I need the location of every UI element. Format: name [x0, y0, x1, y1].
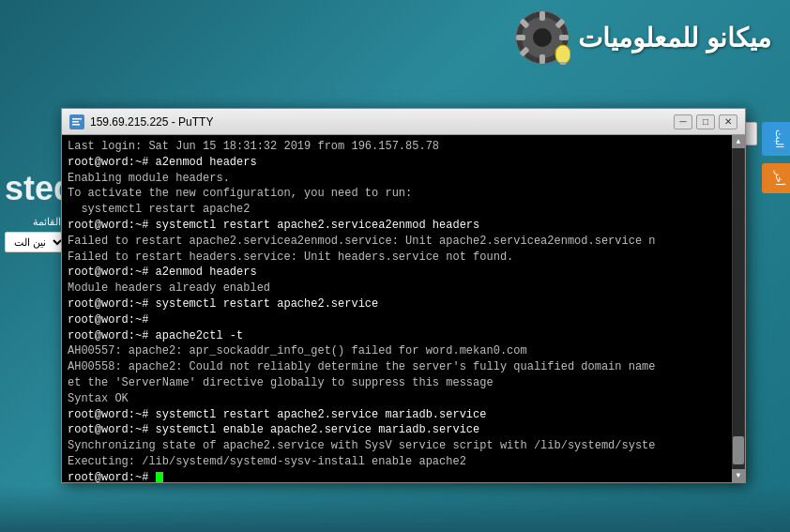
- logo-area: ميكانو للمعلوميات: [514, 9, 771, 66]
- putty-titlebar: 159.69.215.225 - PuTTY ─ □ ✕: [62, 109, 745, 135]
- terminal-line: AH00558: apache2: Could not reliably det…: [68, 359, 739, 375]
- putty-window: 159.69.215.225 - PuTTY ─ □ ✕ Last login:…: [61, 108, 746, 483]
- close-button[interactable]: ✕: [719, 114, 737, 129]
- svg-rect-15: [72, 121, 79, 123]
- terminal-line: root@word:~#: [68, 470, 739, 482]
- terminal-line: et the 'ServerName' directive globally t…: [68, 375, 739, 391]
- terminal-line: root@word:~# systemctl enable apache2.se…: [68, 422, 739, 438]
- terminal-line: root@word:~# a2enmod headers: [68, 155, 739, 171]
- terminal-line: root@word:~#: [68, 312, 739, 328]
- terminal-line: root@word:~# a2enmod headers: [68, 265, 739, 281]
- terminal-line: To activate the new configuration, you n…: [68, 186, 739, 202]
- scrollbar-up[interactable]: ▲: [732, 135, 745, 148]
- terminal-line: Syntax OK: [68, 391, 739, 407]
- right-sidebar: البث أخر: [762, 122, 790, 193]
- logo-icon: [514, 9, 570, 66]
- terminal-line: Failed to restart headers.service: Unit …: [68, 250, 739, 266]
- terminal-scrollbar[interactable]: ▲ ▼: [732, 135, 745, 482]
- terminal-line: Module headers already enabled: [68, 281, 739, 296]
- svg-rect-16: [72, 124, 80, 126]
- svg-rect-5: [559, 35, 569, 40]
- scrollbar-down[interactable]: ▼: [732, 469, 745, 482]
- putty-controls: ─ □ ✕: [674, 114, 737, 129]
- left-panel-select[interactable]: قوانين الت: [5, 232, 66, 252]
- terminal-line: root@word:~# systemctl restart apache2.s…: [68, 407, 739, 423]
- svg-rect-4: [516, 35, 525, 40]
- svg-point-10: [533, 28, 552, 47]
- minimize-button[interactable]: ─: [674, 114, 692, 129]
- terminal-line: Failed to restart apache2.servicea2enmod…: [68, 234, 739, 250]
- svg-rect-2: [539, 11, 545, 21]
- terminal-line: Last login: Sat Jun 15 18:31:32 2019 fro…: [68, 139, 739, 155]
- terminal-line: systemctl restart apache2: [68, 202, 739, 218]
- svg-rect-14: [72, 118, 82, 120]
- sidebar-btn-akhar[interactable]: أخر: [762, 163, 790, 193]
- putty-title: 159.69.215.225 - PuTTY: [90, 115, 213, 129]
- svg-rect-3: [539, 54, 545, 64]
- svg-point-11: [555, 45, 570, 64]
- terminal-line: root@word:~# systemctl restart apache2.s…: [68, 296, 739, 312]
- putty-app-icon: [69, 114, 84, 129]
- sidebar-btn-albath[interactable]: البث: [762, 122, 790, 156]
- terminal-line: Enabling module headers.: [68, 171, 739, 187]
- bottom-bar: [0, 485, 790, 532]
- maximize-button[interactable]: □: [696, 114, 715, 129]
- cursor: [156, 472, 163, 482]
- terminal-line: Executing: /lib/systemd/systemd-sysv-ins…: [68, 454, 739, 470]
- terminal-line: root@word:~# systemctl restart apache2.s…: [68, 218, 739, 234]
- terminal-line: AH00557: apache2: apr_sockaddr_info_get(…: [68, 343, 739, 359]
- logo-text: ميكانو للمعلوميات: [578, 23, 771, 53]
- terminal-body[interactable]: Last login: Sat Jun 15 18:31:32 2019 fro…: [62, 135, 745, 482]
- terminal-line: Synchronizing state of apache2.service w…: [68, 438, 739, 454]
- terminal-line: root@word:~# apache2ctl -t: [68, 328, 739, 344]
- scrollbar-thumb[interactable]: [733, 436, 744, 464]
- svg-rect-12: [560, 62, 566, 65]
- putty-title-left: 159.69.215.225 - PuTTY: [69, 114, 213, 129]
- left-panel: القائمة قوانين الت: [0, 216, 66, 252]
